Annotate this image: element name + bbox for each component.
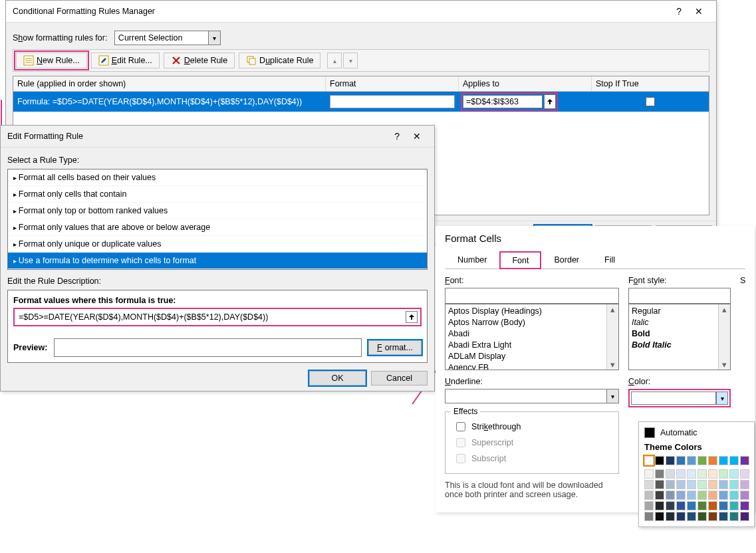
color-swatch[interactable] [655, 491, 664, 500]
color-swatch[interactable] [740, 512, 749, 521]
color-swatch[interactable] [719, 480, 728, 489]
chevron-down-icon[interactable]: ▾ [208, 31, 220, 45]
color-swatch[interactable] [729, 501, 739, 510]
color-swatch[interactable] [719, 456, 728, 465]
color-swatch[interactable] [687, 456, 696, 465]
help-button[interactable]: ? [388, 130, 406, 143]
color-swatch[interactable] [676, 501, 686, 510]
rule-type-listbox[interactable]: Format all cells based on their valuesFo… [7, 169, 428, 270]
color-swatch[interactable] [676, 469, 686, 479]
color-swatch[interactable] [687, 512, 696, 521]
applies-to-input[interactable] [463, 95, 543, 108]
color-swatch[interactable] [740, 480, 749, 489]
color-swatch[interactable] [697, 491, 707, 500]
color-swatch[interactable] [708, 456, 717, 465]
color-swatch[interactable] [740, 469, 749, 479]
color-swatch[interactable] [666, 512, 675, 521]
color-swatch[interactable] [644, 491, 654, 500]
close-button[interactable]: ✕ [406, 130, 428, 143]
color-swatch[interactable] [740, 501, 749, 510]
color-dropdown[interactable]: Automatic Theme Colors [638, 421, 755, 527]
color-swatch[interactable] [666, 501, 675, 510]
tab-fill[interactable]: Fill [592, 251, 628, 269]
color-swatch[interactable] [740, 491, 749, 500]
color-swatch[interactable] [740, 456, 749, 465]
font-input[interactable] [445, 288, 619, 304]
rule-type-item[interactable]: Format all cells based on their values [8, 169, 427, 186]
color-swatch[interactable] [697, 480, 707, 489]
color-swatch[interactable] [687, 480, 696, 489]
color-swatch[interactable] [708, 501, 717, 510]
color-swatch[interactable] [666, 469, 675, 479]
color-swatch[interactable] [655, 512, 664, 521]
stop-if-true-checkbox[interactable] [646, 97, 655, 106]
color-swatch[interactable] [687, 501, 696, 510]
strikethrough-checkbox[interactable]: Strikethrough [453, 420, 610, 433]
chevron-down-icon[interactable]: ▾ [716, 391, 728, 405]
move-down-button[interactable]: ▾ [343, 53, 358, 68]
color-swatch[interactable] [644, 456, 654, 465]
scope-select[interactable]: ▾ [114, 31, 221, 45]
edit-rule-button[interactable]: Edit Rule... [91, 53, 160, 68]
rule-row[interactable]: Formula: =$D5>=DATE(YEAR($D$4),MONTH($D$… [13, 92, 709, 112]
color-swatch[interactable] [655, 480, 664, 489]
color-swatch[interactable] [644, 512, 654, 521]
applies-to-input-wrap[interactable] [463, 94, 556, 109]
rule-type-item[interactable]: Format only cells that contain [8, 186, 427, 203]
color-swatch[interactable] [729, 469, 739, 479]
color-swatch[interactable] [676, 480, 686, 489]
font-style-input[interactable] [628, 288, 731, 304]
subscript-checkbox[interactable]: Subscript [453, 452, 610, 465]
theme-swatches[interactable] [644, 456, 749, 465]
formula-input[interactable] [17, 312, 406, 322]
color-swatch[interactable] [708, 469, 717, 479]
shade-swatches[interactable] [644, 469, 749, 521]
color-swatch[interactable] [644, 480, 654, 489]
tab-font[interactable]: Font [499, 251, 541, 269]
new-rule-button[interactable]: New Rule... [16, 53, 87, 68]
color-swatch[interactable] [708, 512, 717, 521]
color-swatch[interactable] [666, 456, 675, 465]
color-swatch[interactable] [708, 491, 717, 500]
color-swatch[interactable] [697, 501, 707, 510]
automatic-color[interactable]: Automatic [644, 427, 749, 438]
rule-type-item[interactable]: Use a formula to determine which cells t… [8, 253, 427, 269]
help-button[interactable]: ? [670, 5, 688, 18]
underline-select[interactable]: ▾ [445, 389, 619, 403]
color-swatch[interactable] [697, 512, 707, 521]
color-swatch[interactable] [697, 469, 707, 479]
font-listbox[interactable]: Aptos Display (Headings)Aptos Narrow (Bo… [445, 304, 619, 370]
color-swatch[interactable] [729, 512, 739, 521]
collapse-dialog-icon[interactable] [544, 94, 556, 109]
color-swatch[interactable] [719, 469, 728, 479]
color-swatch[interactable] [655, 456, 664, 465]
rule-type-item[interactable]: Format only top or bottom ranked values [8, 203, 427, 219]
chevron-down-icon[interactable]: ▾ [606, 389, 618, 403]
rule-type-item[interactable]: Format only unique or duplicate values [8, 236, 427, 253]
duplicate-rule-button[interactable]: Duplicate Rule [239, 53, 320, 68]
scrollbar[interactable]: ▴▾ [606, 304, 618, 370]
color-swatch[interactable] [729, 480, 739, 489]
color-swatch[interactable] [666, 491, 675, 500]
color-swatch[interactable] [729, 491, 739, 500]
color-swatch[interactable] [676, 512, 686, 521]
color-swatch[interactable] [644, 469, 654, 479]
ok-button[interactable]: OK [309, 371, 366, 386]
color-swatch[interactable] [687, 469, 696, 479]
color-swatch[interactable] [719, 491, 728, 500]
color-swatch[interactable] [655, 469, 664, 479]
color-swatch[interactable] [644, 501, 654, 510]
scrollbar[interactable]: ▴▾ [718, 304, 730, 370]
formula-input-wrap[interactable] [13, 308, 422, 326]
color-swatch[interactable] [655, 501, 664, 510]
color-swatch[interactable] [676, 491, 686, 500]
close-button[interactable]: ✕ [688, 5, 709, 18]
move-up-button[interactable]: ▴ [327, 53, 342, 68]
color-swatch[interactable] [729, 456, 739, 465]
cancel-button[interactable]: Cancel [371, 371, 428, 386]
format-button[interactable]: Format... [368, 340, 422, 355]
delete-rule-button[interactable]: Delete Rule [164, 53, 235, 68]
tab-number[interactable]: Number [445, 251, 499, 269]
rule-type-item[interactable]: Format only values that are above or bel… [8, 219, 427, 236]
color-swatch[interactable] [719, 501, 728, 510]
